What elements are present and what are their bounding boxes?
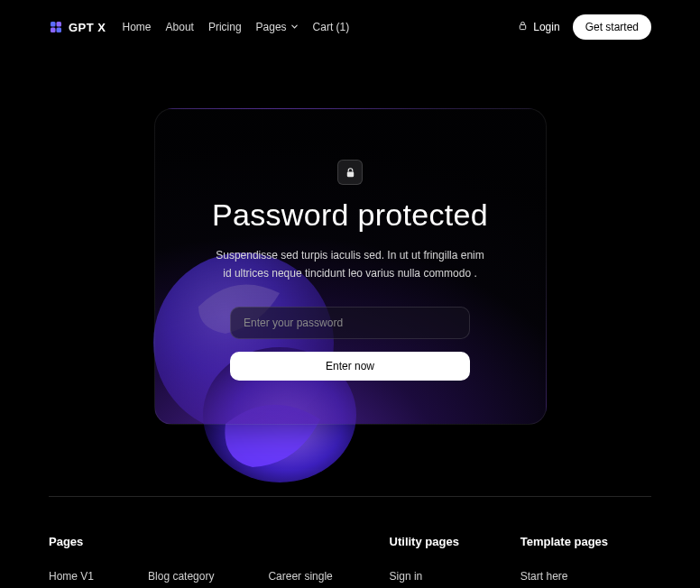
login-link[interactable]: Login — [518, 21, 559, 33]
nav-about[interactable]: About — [166, 21, 194, 33]
lock-icon — [345, 167, 356, 179]
footer-link-sign-in[interactable]: Sign in — [390, 570, 520, 583]
enter-button[interactable]: Enter now — [230, 352, 470, 381]
footer-link-start-here[interactable]: Start here — [520, 570, 651, 583]
footer-pages-links: Home V1 Blog category Career single — [49, 570, 390, 583]
lock-icon-box — [337, 160, 363, 185]
logo-text: GPT X — [69, 21, 106, 34]
login-label: Login — [533, 21, 559, 33]
nav-pricing[interactable]: Pricing — [208, 21, 242, 33]
nav-pages[interactable]: Pages — [256, 21, 299, 33]
svg-rect-1 — [57, 22, 62, 27]
svg-rect-7 — [346, 171, 353, 177]
header: GPT X Home About Pricing Pages Cart (1) … — [0, 0, 700, 54]
card-title: Password protected — [212, 198, 488, 233]
nav: Home About Pricing Pages Cart (1) — [123, 21, 350, 33]
nav-pages-label: Pages — [256, 21, 287, 33]
get-started-button[interactable]: Get started — [573, 14, 651, 40]
footer-utility-heading: Utility pages — [390, 535, 520, 548]
svg-rect-3 — [57, 28, 62, 33]
header-right: Login Get started — [518, 14, 651, 40]
footer: Pages Home V1 Blog category Career singl… — [49, 496, 651, 583]
lock-icon — [518, 21, 528, 33]
svg-rect-2 — [51, 28, 56, 33]
main: Password protected Suspendisse sed turpi… — [0, 108, 700, 425]
svg-rect-4 — [520, 25, 526, 30]
card-description: Suspendisse sed turpis iaculis sed. In u… — [210, 247, 490, 283]
logo[interactable]: GPT X — [49, 20, 106, 34]
footer-link-home-v1[interactable]: Home V1 — [49, 570, 94, 583]
password-input[interactable] — [230, 307, 470, 339]
nav-home[interactable]: Home — [123, 21, 152, 33]
chevron-down-icon — [290, 21, 299, 33]
nav-cart[interactable]: Cart (1) — [313, 21, 350, 33]
logo-icon — [49, 20, 63, 34]
footer-col-utility: Utility pages Sign in — [390, 535, 520, 583]
footer-link-career-single[interactable]: Career single — [268, 570, 332, 583]
footer-col-pages: Pages Home V1 Blog category Career singl… — [49, 535, 390, 583]
footer-pages-heading: Pages — [49, 535, 390, 548]
password-card: Password protected Suspendisse sed turpi… — [154, 108, 547, 425]
footer-col-template: Template pages Start here — [520, 535, 651, 583]
svg-rect-0 — [51, 22, 56, 27]
footer-link-blog-category[interactable]: Blog category — [148, 570, 214, 583]
footer-template-heading: Template pages — [520, 535, 651, 548]
